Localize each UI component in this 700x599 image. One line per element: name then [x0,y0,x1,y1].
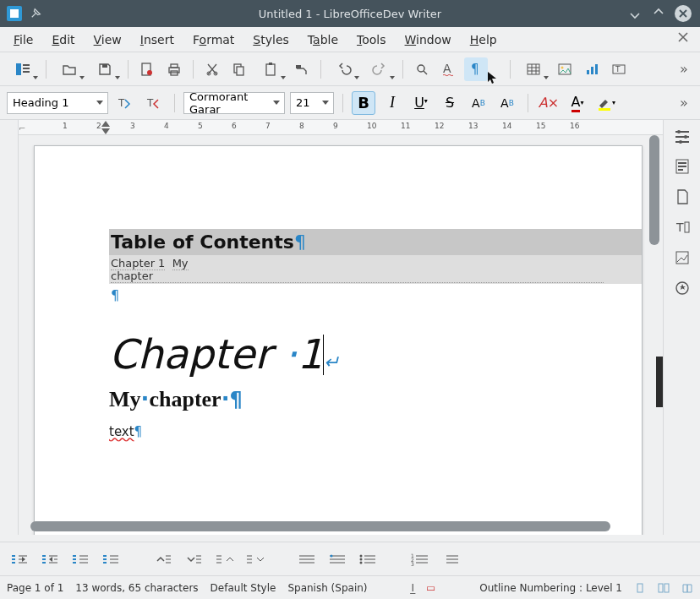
insert-mode-icon[interactable]: I̲ [411,582,414,594]
move-up-icon[interactable] [152,552,174,567]
work-area: ⌐ 12345678910111213141516 Table of Conte… [0,120,700,535]
paste-button[interactable] [254,57,287,81]
navigator-panel-icon[interactable]: T [671,216,693,238]
italic-button[interactable]: I [380,91,404,115]
clone-formatting-icon[interactable] [290,57,314,81]
menu-insert[interactable]: Insert [134,30,181,50]
menu-styles[interactable]: Styles [246,30,295,50]
page[interactable]: Table of Contents¶ Chapter 1 My chapter [34,145,643,535]
toc-entry[interactable]: Chapter 1 My chapter [109,255,642,284]
menu-tools[interactable]: Tools [350,30,393,50]
undo-button[interactable] [328,57,360,81]
bottom-toolbar: 123 [0,542,700,575]
menu-help[interactable]: Help [463,30,504,50]
minimize-button[interactable] [627,6,643,21]
close-button[interactable] [675,5,692,22]
update-style-icon[interactable]: T [113,91,137,115]
outline-outdent-sub-icon[interactable] [100,552,122,567]
move-down-sub-icon[interactable] [243,552,265,567]
menu-format[interactable]: Format [186,30,241,50]
outline-outdent-icon[interactable] [39,552,61,567]
pin-icon[interactable] [30,7,44,20]
gallery-panel-icon[interactable] [671,186,693,208]
copy-icon[interactable] [227,57,251,81]
bullet-list-icon[interactable] [357,552,379,567]
highlight-color-button[interactable]: ▾ [594,91,618,115]
page-panel-icon[interactable] [671,247,693,269]
document-scroll[interactable]: ⌐ 12345678910111213141516 Table of Conte… [19,120,663,535]
indent-marker-icon[interactable] [101,121,110,127]
heading-subchapter[interactable]: My·chapter·¶ [109,386,642,412]
outline-indent-icon[interactable] [8,552,30,567]
bold-button[interactable]: B [352,91,375,115]
vertical-ruler[interactable] [0,120,19,535]
vertical-scrollbar[interactable] [649,135,659,518]
svg-text:T: T [615,65,621,74]
insert-chart-icon[interactable] [580,57,604,81]
outline-indent-sub-icon[interactable] [69,552,91,567]
menu-file[interactable]: File [7,30,40,50]
selection-mode-icon[interactable]: ▭ [426,582,435,594]
empty-paragraph-mark[interactable]: ¶ [111,287,642,303]
open-button[interactable] [53,57,85,81]
status-outline[interactable]: Outline Numbering : Level 1 [479,582,622,594]
restart-numbering-icon[interactable] [326,552,348,567]
insert-image-icon[interactable] [553,57,577,81]
move-down-icon[interactable] [183,552,205,567]
toolbar-overflow-icon[interactable]: » [680,61,693,77]
toolbar-overflow-icon[interactable]: » [680,95,693,111]
hanging-indent-marker-icon[interactable] [101,128,110,134]
underline-button[interactable]: U▾ [409,91,433,115]
menu-table[interactable]: Table [301,30,345,50]
cut-icon[interactable] [200,57,224,81]
sidebar-toggle-icon[interactable] [7,57,39,81]
menu-window[interactable]: Window [398,30,458,50]
menu-edit[interactable]: Edit [45,30,81,50]
styles-panel-icon[interactable] [671,155,693,177]
subscript-button[interactable]: AB [495,91,519,115]
font-name-select[interactable]: Cormorant Garar [183,92,285,114]
body-paragraph[interactable]: text¶ [109,424,642,439]
toc-heading-block[interactable]: Table of Contents¶ [109,229,642,255]
maximize-button[interactable] [651,6,666,21]
export-pdf-icon[interactable] [135,57,159,81]
insert-textbox-icon[interactable]: T [607,57,631,81]
properties-panel-icon[interactable] [671,125,693,147]
insert-table-button[interactable] [517,57,550,81]
font-size-select[interactable]: 21 [290,92,334,114]
svg-rect-3 [23,71,30,73]
formatting-marks-toggle[interactable]: ¶ [464,57,488,81]
status-style[interactable]: Default Style [211,582,276,594]
redo-button[interactable] [364,57,396,81]
menu-view[interactable]: View [87,30,129,50]
book-view-icon[interactable] [681,582,693,594]
status-page[interactable]: Page 1 of 1 [7,582,63,594]
spellcheck-icon[interactable]: A [437,57,461,81]
manage-changes-panel-icon[interactable] [671,277,693,299]
status-language[interactable]: Spanish (Spain) [287,582,367,594]
strikethrough-button[interactable]: S [438,91,462,115]
numbered-list-icon[interactable]: 123 [409,552,431,567]
save-button[interactable] [89,57,121,81]
font-color-button[interactable]: A▾ [566,91,589,115]
clear-formatting-icon[interactable]: A⨯ [537,91,561,115]
close-document-icon[interactable] [676,30,692,46]
scrollbar-thumb[interactable] [649,135,659,245]
status-word-count[interactable]: 13 words, 65 characters [75,582,198,594]
find-icon[interactable] [410,57,434,81]
separator [128,60,129,79]
single-page-view-icon[interactable] [634,582,646,594]
numbered-list-2-icon[interactable] [440,552,462,567]
new-style-icon[interactable]: T [142,91,166,115]
scrollbar-thumb[interactable] [30,521,610,531]
svg-point-17 [418,65,424,72]
heading-chapter[interactable]: Chapter ·1↵ [109,330,642,378]
no-list-icon[interactable] [296,552,318,567]
superscript-button[interactable]: AB [467,91,490,115]
paragraph-style-select[interactable]: Heading 1 [7,92,108,114]
multi-page-view-icon[interactable] [658,582,670,594]
horizontal-ruler[interactable]: ⌐ 12345678910111213141516 [19,120,663,135]
horizontal-scrollbar[interactable] [19,521,649,531]
move-up-sub-icon[interactable] [213,552,235,567]
print-icon[interactable] [162,57,186,81]
